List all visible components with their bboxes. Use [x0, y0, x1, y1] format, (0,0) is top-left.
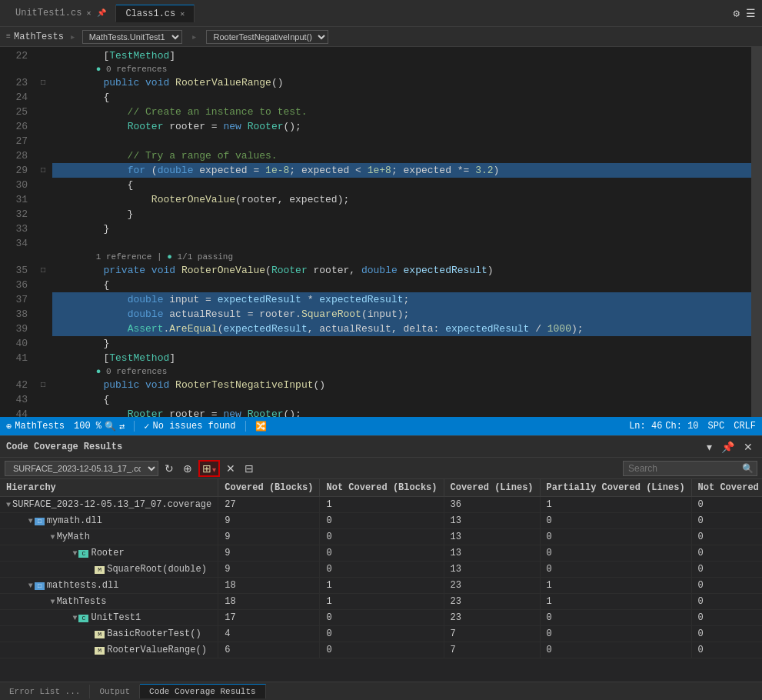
tab-class1[interactable]: Class1.cs ✕ — [116, 5, 195, 22]
project-selector[interactable]: ≡ MathTests — [6, 32, 64, 42]
panel-pin-btn[interactable]: 📌 — [718, 439, 737, 455]
code-line-25: // Create an instance to test. — [52, 105, 751, 119]
tab-pin[interactable]: 📌 — [97, 8, 106, 18]
partial-lines-cell: 0 — [540, 610, 691, 626]
tab-close-unittest1[interactable]: ✕ — [86, 8, 91, 18]
not-covered-blocks-cell: 1 — [320, 578, 444, 594]
not-covered-blocks-cell: 0 — [320, 642, 444, 658]
tab-unittest1[interactable]: UnitTest1.cs ✕ 📌 — [6, 5, 116, 22]
collapse-35[interactable]: □ — [41, 266, 45, 275]
table-row[interactable]: ▼MyMath901300 — [0, 529, 762, 545]
status-right: Ln: 46 Ch: 10 SPC CRLF — [629, 421, 756, 432]
merge-btn[interactable]: ⊕ — [180, 461, 195, 476]
covered-blocks-cell: 18 — [218, 594, 320, 610]
not-covered-blocks-cell: 1 — [320, 497, 444, 513]
encoding: SPC — [708, 421, 725, 432]
tab-code-coverage[interactable]: Code Coverage Results — [140, 684, 266, 698]
not-covered-lines-cell: 0 — [691, 497, 762, 513]
refresh-btn[interactable]: ↻ — [161, 461, 177, 476]
col-not-covered-blocks[interactable]: Not Covered (Blocks) — [320, 479, 444, 497]
not-covered-blocks-cell: 0 — [320, 513, 444, 529]
nav-separator2: ▸ — [191, 31, 198, 43]
method-dropdown[interactable]: MathTests.UnitTest1 — [82, 30, 182, 44]
table-row[interactable]: MBasicRooterTest()40700 — [0, 626, 762, 642]
git-status[interactable]: ⊕ MathTests — [6, 421, 65, 432]
not-covered-lines-cell: 0 — [691, 513, 762, 529]
ref-hint-35: 1 reference | ● 1/1 passing — [52, 251, 751, 263]
table-row[interactable]: MSquareRoot(double)901300 — [0, 562, 762, 578]
hierarchy-cell: ▼□mymath.dll — [0, 513, 218, 529]
code-line-44: Rooter rooter = new Rooter(); — [52, 407, 751, 417]
nav-separator: ▸ — [70, 31, 76, 43]
ref-hint-22: ● 0 references — [52, 63, 751, 75]
not-covered-lines-cell: 0 — [691, 578, 762, 594]
covered-blocks-cell: 9 — [218, 529, 320, 545]
code-line-23: public void RooterValueRange() — [52, 75, 751, 90]
panel-dropdown-btn[interactable]: ▾ — [704, 439, 715, 455]
table-row[interactable]: ▼SURFACE_2023-12-05.13_17_07.coverage271… — [0, 497, 762, 513]
title-bar: UnitTest1.cs ✕ 📌 Class1.cs ✕ ⚙ ☰ — [0, 0, 762, 27]
status-bar: ⊕ MathTests 100 % 🔍 ⇄ ✓ No issues found … — [0, 417, 762, 435]
col-covered-blocks[interactable]: Covered (Blocks) — [218, 479, 320, 497]
settings-icon[interactable]: ⚙ — [734, 7, 740, 20]
covered-blocks-cell: 6 — [218, 642, 320, 658]
panel-title: Code Coverage Results — [6, 442, 122, 452]
table-row[interactable]: ▼CUnitTest11702300 — [0, 610, 762, 626]
not-covered-lines-cell: 0 — [691, 545, 762, 562]
git-icon: ⊕ — [6, 421, 12, 432]
search-box: 🔍 — [623, 461, 757, 476]
not-covered-blocks-cell: 0 — [320, 562, 444, 578]
covered-blocks-cell: 4 — [218, 626, 320, 642]
covered-blocks-cell: 27 — [218, 497, 320, 513]
collapse-29[interactable]: □ — [41, 166, 45, 175]
status-separator — [134, 421, 135, 432]
code-area[interactable]: [TestMethod] ● 0 references public void … — [52, 47, 751, 417]
col-hierarchy[interactable]: Hierarchy — [0, 479, 218, 497]
tab-close-class1[interactable]: ✕ — [180, 9, 185, 18]
search-input[interactable] — [624, 463, 739, 474]
code-line-29: for (double expected = 1e-8; expected < … — [52, 163, 751, 178]
table-row[interactable]: MRooterValueRange()60700 — [0, 642, 762, 658]
nav-dropdown[interactable]: RooterTestNegativeInput() — [206, 30, 328, 44]
line-numbers: 22 23 24 25 26 27 28 29 30 31 32 33 34 3… — [3, 47, 34, 417]
covered-blocks-cell: 18 — [218, 578, 320, 594]
delete-btn[interactable]: ✕ — [223, 461, 238, 476]
table-row[interactable]: ▼□mymath.dll901300 — [0, 513, 762, 529]
collapse-42[interactable]: □ — [41, 381, 45, 389]
tab-error-list[interactable]: Error List ... — [0, 685, 90, 698]
coverage-panel: Code Coverage Results ▾ 📌 ✕ SURFACE_2023… — [0, 435, 762, 682]
not-covered-lines-cell: 0 — [691, 594, 762, 610]
covered-lines-cell: 13 — [444, 529, 540, 545]
live-share-icon: ⇄ — [119, 421, 125, 432]
hierarchy-cell: ▼□mathtests.dll — [0, 578, 218, 594]
hamburger-icon[interactable]: ☰ — [746, 7, 756, 20]
panel-close-btn[interactable]: ✕ — [740, 439, 756, 455]
covered-lines-cell: 23 — [444, 578, 540, 594]
collapse-23[interactable]: □ — [41, 78, 45, 87]
col-covered-lines[interactable]: Covered (Lines) — [444, 479, 540, 497]
code-line-34 — [52, 236, 751, 251]
tab-output[interactable]: Output — [90, 685, 140, 698]
line-ending: CRLF — [734, 421, 756, 432]
vertical-scrollbar[interactable] — [751, 47, 762, 417]
code-container: 22 23 24 25 26 27 28 29 30 31 32 33 34 3… — [0, 47, 762, 417]
code-line-35: private void RooterOneValue(Rooter roote… — [52, 263, 751, 278]
search-btn[interactable]: 🔍 — [739, 463, 757, 474]
col-partial-lines[interactable]: Partially Covered (Lines) — [540, 479, 691, 497]
coverage-table-wrap[interactable]: Hierarchy Covered (Blocks) Not Covered (… — [0, 479, 762, 682]
bottom-tabs: Error List ... Output Code Coverage Resu… — [0, 682, 762, 700]
export-btn[interactable]: ⊟ — [241, 461, 257, 476]
git-label: MathTests — [15, 421, 65, 432]
filter-btn[interactable]: ⊞▾ — [198, 460, 220, 477]
table-row[interactable]: ▼CRooter901300 — [0, 545, 762, 562]
col-not-covered-lines[interactable]: Not Covered (Lines) — [691, 479, 762, 497]
not-covered-blocks-cell: 0 — [320, 610, 444, 626]
covered-blocks-cell: 9 — [218, 545, 320, 562]
code-line-27 — [52, 134, 751, 148]
nav-bar: ≡ MathTests ▸ MathTests.UnitTest1 ▸ Root… — [0, 27, 762, 47]
branch-icon: 🔀 — [255, 421, 267, 432]
coverage-file-select[interactable]: SURFACE_2023-12-05.13_17_.coverage — [5, 461, 158, 476]
table-row[interactable]: ▼MathTests1812310 — [0, 594, 762, 610]
not-covered-blocks-cell: 0 — [320, 626, 444, 642]
table-row[interactable]: ▼□mathtests.dll1812310 — [0, 578, 762, 594]
